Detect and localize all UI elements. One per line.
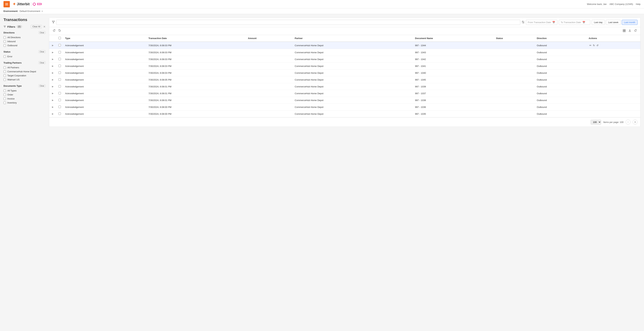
filter-option-inventory[interactable]: Inventory (4, 101, 46, 105)
filter-checkbox[interactable] (4, 55, 6, 58)
docname-cell: 997 - 1042 (413, 56, 494, 63)
filter-option-invoice[interactable]: Invoice (4, 97, 46, 101)
expand-row-button[interactable]: ▶ (51, 51, 54, 54)
row-select-checkbox[interactable] (58, 106, 61, 108)
expand-row-button[interactable]: ▶ (51, 71, 54, 75)
edit-action-button[interactable]: ✏ (589, 44, 592, 47)
expand-row-button[interactable]: ▶ (51, 85, 54, 88)
undo-button[interactable] (58, 29, 62, 34)
company-text[interactable]: ABC Company (12345) (610, 3, 633, 6)
row-select-checkbox[interactable] (58, 112, 61, 115)
filter-checkbox[interactable] (4, 36, 6, 39)
filter-option-all-partners[interactable]: All Partners (4, 66, 46, 70)
expand-row-button[interactable]: ▶ (51, 105, 54, 109)
next-page-button[interactable] (632, 120, 638, 125)
amount-cell (246, 56, 292, 63)
filter-checkbox[interactable] (4, 40, 6, 43)
expand-row-button[interactable]: ▶ (51, 99, 54, 102)
row-select-checkbox[interactable] (58, 58, 61, 60)
filter-option-walmart-us[interactable]: Walmart US (4, 78, 46, 82)
from-date-input[interactable]: From Transaction Date 📅 (526, 20, 558, 25)
page-content: Transactions Filters (0) Clear All ✕ Dir… (0, 14, 644, 130)
filter-option-order[interactable]: Order (4, 93, 46, 97)
row-select-checkbox[interactable] (58, 78, 61, 81)
row-select-checkbox[interactable] (58, 51, 61, 54)
filter-option-label: Order (7, 93, 13, 96)
filter-checkbox[interactable] (4, 98, 6, 100)
docname-cell: 997 - 1036 (413, 104, 494, 111)
row-select-checkbox[interactable] (58, 72, 61, 74)
refresh-action-button[interactable]: ↻ (592, 44, 596, 47)
expand-row-button[interactable]: ▶ (51, 44, 54, 47)
expand-row-button[interactable]: ▶ (51, 78, 54, 81)
sub-toolbar-left (52, 29, 62, 34)
transactions-table: Type Transaction Date Amount Partner Doc… (49, 35, 640, 117)
filter-checkbox[interactable] (4, 102, 6, 104)
filter-option-all-directions[interactable]: All Directions (4, 35, 46, 40)
filter-clear-button[interactable]: Clear (38, 84, 46, 87)
filter-clear-button[interactable]: Clear (38, 61, 46, 64)
page-size-select[interactable]: 100 50 25 (590, 120, 601, 125)
filter-option-inbound[interactable]: Inbound (4, 40, 46, 44)
refresh-button[interactable] (52, 29, 56, 34)
date-cell: 7/30/2024, 6:08:03 PM (146, 63, 246, 70)
filter-option-commercehub-home-depot[interactable]: CommerceHub Home Depot (4, 70, 46, 74)
filter-option-outbound[interactable]: Outbound (4, 44, 46, 48)
filter-clear-button[interactable]: Clear (38, 50, 46, 53)
quick-date-buttons: Last dayLast weekLast month (592, 20, 638, 25)
expand-row-button[interactable]: ▶ (51, 92, 54, 95)
filter-checkbox[interactable] (4, 66, 6, 69)
welcome-text[interactable]: Welcome back, Jan (587, 3, 607, 6)
row-select-checkbox[interactable] (58, 44, 61, 47)
search-settings-button[interactable] (522, 21, 524, 24)
quick-date-last-day-button[interactable]: Last day (592, 20, 605, 25)
row-select-checkbox[interactable] (58, 85, 61, 88)
upload-button[interactable] (628, 29, 632, 34)
row-select-checkbox[interactable] (58, 65, 61, 67)
filter-clear-button[interactable]: Clear (38, 31, 46, 34)
grid-view-button[interactable] (622, 29, 626, 34)
search-input[interactable] (56, 20, 520, 25)
filter-checkbox[interactable] (4, 70, 6, 73)
filter-checkbox[interactable] (4, 94, 6, 96)
date-cell: 7/30/2024, 6:08:01 PM (146, 90, 246, 97)
undo-action-button[interactable]: ↺ (596, 44, 599, 47)
select-all-checkbox[interactable] (58, 37, 61, 39)
amount-cell (246, 49, 292, 56)
hamburger-button[interactable] (4, 1, 10, 7)
row-select-checkbox[interactable] (58, 99, 61, 101)
expand-row-button[interactable]: ▶ (51, 58, 54, 61)
env-label: Environment: (4, 10, 18, 13)
filter-checkbox[interactable] (4, 75, 6, 77)
date-cell: 7/30/2024, 6:08:01 PM (146, 83, 246, 90)
expand-row-button[interactable]: ▶ (51, 112, 54, 115)
partner-cell: CommerceHub Home Depot (292, 70, 413, 76)
help-link[interactable]: Help (636, 3, 640, 6)
to-date-input[interactable]: To Transaction Date 📅 (559, 20, 590, 25)
toolbar: From Transaction Date 📅 To Transaction D… (49, 18, 640, 27)
close-filters-button[interactable]: ✕ (43, 25, 46, 28)
filter-checkbox[interactable] (4, 90, 6, 92)
partner-cell: CommerceHub Home Depot (292, 63, 413, 70)
filter-section-directions: DirectionsClearAll DirectionsInboundOutb… (4, 31, 46, 48)
env-chevron-icon[interactable]: ▾ (42, 10, 43, 13)
filter-option-error[interactable]: Error (4, 55, 46, 59)
filter-option-target-corporation[interactable]: Target Corporation (4, 74, 46, 78)
type-cell: Acknowledgement (63, 76, 146, 83)
quick-date-last-month-button[interactable]: Last month (622, 20, 638, 25)
quick-date-last-week-button[interactable]: Last week (606, 20, 621, 25)
expand-row-button[interactable]: ▶ (51, 65, 54, 68)
row-select-checkbox[interactable] (58, 92, 61, 94)
filter-checkbox[interactable] (4, 79, 6, 81)
filter-option-all-types[interactable]: All Types (4, 89, 46, 93)
toolbar-filter-button[interactable] (52, 21, 55, 24)
select-cell (56, 76, 63, 83)
filter-section-documents-type: Documents TypeClearAll TypesOrderInvoice… (4, 84, 46, 105)
filter-option-label: Walmart US (7, 78, 20, 81)
clear-all-button[interactable]: Clear All (31, 25, 42, 28)
table-row: ▶Acknowledgement7/30/2024, 6:08:01 PMCom… (49, 97, 640, 104)
reload-button[interactable] (633, 29, 638, 34)
filter-checkbox[interactable] (4, 44, 6, 47)
prev-page-button[interactable] (626, 120, 630, 125)
select-all-col-header (56, 35, 63, 42)
